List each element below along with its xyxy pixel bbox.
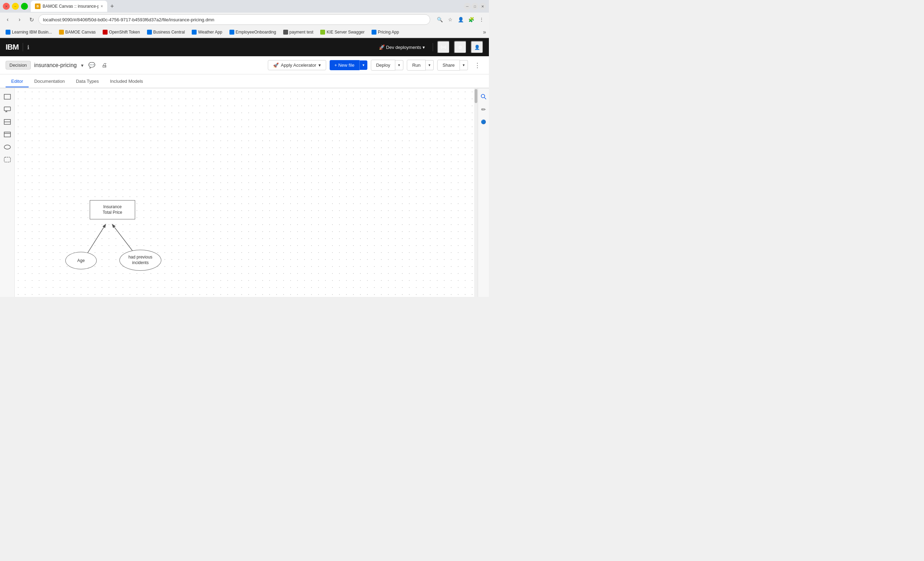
profile-icon-button[interactable]: 👤 — [456, 15, 465, 24]
input-incidents-label: had previous incidents — [129, 255, 153, 266]
right-panel-search-icon[interactable] — [478, 91, 489, 102]
info-icon[interactable]: ℹ — [27, 44, 29, 51]
svg-point-0 — [443, 47, 444, 48]
search-icon-button[interactable]: 🔍 — [435, 15, 444, 24]
input-age-label: Age — [77, 258, 84, 263]
tab-datatypes[interactable]: Data Types — [70, 76, 104, 87]
comment-icon-button[interactable]: 💬 — [87, 60, 97, 70]
address-field[interactable]: localhost:9090/#/8406f50d-bd0c-4756-9717… — [38, 14, 430, 25]
dev-deployments-label: Dev deployments — [386, 45, 421, 50]
run-caret-button[interactable]: ▾ — [426, 60, 434, 70]
panel-shape-group-icon[interactable] — [2, 154, 13, 165]
bookmark-bamoe[interactable]: BAMOE Canvas — [56, 29, 99, 35]
bookmark-learning[interactable]: Learning IBM Busin... — [3, 29, 55, 35]
run-split-button: Run ▾ — [407, 60, 434, 70]
tab-documentation[interactable]: Documentation — [28, 76, 70, 87]
deploy-button[interactable]: Deploy — [371, 60, 395, 70]
decision-node-insurance-total-price[interactable]: Insurance Total Price — [90, 200, 135, 219]
share-split-button: Share ▾ — [437, 60, 468, 70]
new-file-caret-button[interactable]: ▾ — [360, 60, 368, 70]
menu-icon-button[interactable]: ⋮ — [477, 15, 486, 24]
right-panel-edit-icon[interactable]: ✏ — [478, 104, 489, 115]
bookmark-learning-favicon — [6, 30, 10, 34]
kebab-menu-button[interactable]: ⋮ — [471, 60, 483, 70]
bookmark-employee-favicon — [230, 30, 234, 34]
panel-shape-input-icon[interactable] — [2, 141, 13, 153]
svg-rect-2 — [4, 107, 10, 111]
tab-row: Editor Documentation Data Types Included… — [0, 74, 489, 88]
input-node-age[interactable]: Age — [65, 252, 97, 269]
run-button[interactable]: Run — [407, 60, 426, 70]
window-close-button[interactable]: ✕ — [3, 3, 10, 10]
refresh-button[interactable]: ↻ — [27, 15, 36, 24]
bookmark-openshift-favicon — [103, 30, 108, 34]
bookmark-bamoe-label: BAMOE Canvas — [65, 30, 96, 34]
bookmark-kie[interactable]: KIE Server Swagger — [317, 29, 368, 35]
bookmark-payment[interactable]: payment test — [280, 29, 316, 35]
left-panel — [0, 88, 15, 297]
file-name-dropdown-button[interactable]: ▾ — [81, 63, 84, 68]
win-maximize-os[interactable]: □ — [471, 3, 478, 10]
win-close-os[interactable]: ✕ — [479, 3, 486, 10]
bookmark-business[interactable]: Business Central — [144, 29, 188, 35]
forward-button[interactable]: › — [15, 15, 24, 24]
panel-shape-decision-icon[interactable] — [2, 91, 13, 102]
bookmark-employee[interactable]: EmployeeOnboarding — [226, 29, 279, 35]
deploy-icon: 🚀 — [379, 44, 385, 50]
svg-point-11 — [481, 94, 485, 98]
bookmark-pricing[interactable]: Pricing App — [369, 29, 402, 35]
bookmark-pricing-favicon — [372, 30, 376, 34]
bookmark-openshift[interactable]: OpenShift Token — [100, 29, 143, 35]
window-controls: ✕ − + — [3, 3, 28, 10]
bookmark-bamoe-favicon — [59, 30, 64, 34]
bookmarks-more-button[interactable]: » — [483, 29, 486, 35]
settings-icon-button[interactable]: ⚙ — [454, 41, 466, 54]
bookmark-payment-favicon — [283, 30, 288, 34]
bookmark-weather-favicon — [192, 30, 196, 34]
bookmark-icon-button[interactable]: ☆ — [446, 15, 454, 24]
bookmark-learning-label: Learning IBM Busin... — [12, 30, 52, 34]
panel-shape-bkm-icon[interactable] — [2, 116, 13, 128]
dev-deployments-button[interactable]: 🚀 Dev deployments ▾ — [375, 42, 429, 52]
panel-shape-comment-icon[interactable] — [2, 104, 13, 115]
bookmark-openshift-label: OpenShift Token — [109, 30, 140, 34]
canvas[interactable]: Insurance Total Price Age had previous i… — [15, 88, 478, 297]
extensions-icon-button[interactable]: 🧩 — [466, 15, 476, 24]
share-caret-button[interactable]: ▾ — [460, 60, 468, 70]
window-maximize-button[interactable]: + — [21, 3, 28, 10]
window-minimize-button[interactable]: − — [12, 3, 19, 10]
vertical-scrollbar-thumb — [475, 89, 477, 103]
bookmark-weather[interactable]: Weather App — [189, 29, 225, 35]
user-icon-button[interactable]: 👤 — [471, 41, 483, 54]
deploy-caret-button[interactable]: ▾ — [395, 60, 404, 70]
svg-point-7 — [4, 145, 10, 149]
tab-close-button[interactable]: × — [100, 4, 103, 9]
right-panel-info-icon[interactable]: 🔵 — [478, 116, 489, 128]
new-file-button[interactable]: + New file — [330, 60, 360, 70]
new-file-split-button: + New file ▾ — [330, 60, 368, 70]
vertical-scrollbar[interactable] — [474, 88, 478, 297]
input-node-incidents[interactable]: had previous incidents — [119, 250, 161, 271]
svg-rect-8 — [4, 157, 10, 162]
address-bar-row: ‹ › ↻ localhost:9090/#/8406f50d-bd0c-475… — [0, 13, 489, 27]
print-icon-button[interactable]: 🖨 — [100, 61, 109, 70]
browser-tab-active[interactable]: B BAMOE Canvas :: insurance-pri... × — [31, 1, 107, 12]
bookmark-kie-label: KIE Server Swagger — [327, 30, 364, 34]
panel-shape-ds-icon[interactable] — [2, 129, 13, 140]
back-button[interactable]: ‹ — [3, 15, 13, 24]
apply-accelerator-button[interactable]: 🚀 Apply Accelerator ▾ — [268, 60, 326, 70]
svg-rect-5 — [4, 132, 10, 137]
win-minimize-os[interactable]: ─ — [464, 3, 471, 10]
decision-node-label: Insurance Total Price — [103, 204, 122, 215]
svg-rect-1 — [4, 94, 10, 99]
tab-favicon: B — [35, 3, 40, 9]
broadcast-icon-button[interactable] — [437, 41, 450, 54]
toolbar: Decision insurance-pricing ▾ 💬 🖨 🚀 Apply… — [0, 56, 489, 74]
tab-editor[interactable]: Editor — [6, 76, 28, 87]
dev-deployments-caret: ▾ — [423, 45, 425, 50]
share-button[interactable]: Share — [437, 60, 460, 70]
address-text: localhost:9090/#/8406f50d-bd0c-4756-9717… — [43, 17, 214, 22]
new-tab-button[interactable]: + — [107, 2, 117, 11]
accelerator-caret: ▾ — [318, 63, 321, 68]
tab-included-models[interactable]: Included Models — [104, 76, 149, 87]
